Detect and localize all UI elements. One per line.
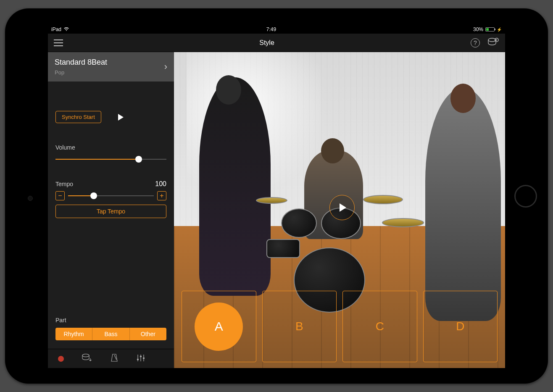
drum-settings-button[interactable] — [487, 37, 499, 48]
pad-a[interactable]: A — [182, 291, 256, 362]
device-label: iPad — [51, 26, 61, 32]
battery-percent: 30% — [473, 26, 483, 32]
guitarist-figure — [425, 88, 501, 321]
wifi-icon — [63, 26, 69, 32]
singer-figure — [199, 77, 271, 296]
tom-drum-1 — [281, 208, 317, 238]
part-other-button[interactable]: Other — [130, 328, 166, 340]
pad-b-label: B — [295, 320, 303, 333]
home-button[interactable] — [514, 185, 537, 208]
part-rhythm-button[interactable]: Rhythm — [55, 328, 92, 340]
svg-point-3 — [82, 354, 89, 357]
clock: 7:49 — [266, 26, 276, 32]
record-button[interactable] — [58, 356, 64, 362]
style-selector[interactable]: Standard 8Beat Pop › — [48, 52, 174, 82]
device-camera — [28, 196, 33, 201]
app-screen: iPad 7:49 30% ⚡ Style ? — [48, 25, 505, 368]
part-segmented-control: Rhythm Bass Other — [55, 328, 166, 340]
pad-c-label: C — [376, 320, 384, 333]
tempo-slider[interactable] — [68, 192, 154, 200]
stage-play-button[interactable] — [329, 195, 355, 220]
svg-point-2 — [496, 39, 497, 40]
svg-rect-9 — [140, 356, 142, 357]
style-name: Standard 8Beat — [55, 58, 107, 67]
menu-button[interactable] — [54, 39, 63, 46]
cymbal-1 — [363, 195, 403, 204]
status-bar: iPad 7:49 30% ⚡ — [48, 25, 505, 34]
tempo-minus-button[interactable]: − — [55, 191, 65, 200]
metronome-button[interactable] — [110, 353, 118, 364]
tempo-label: Tempo — [55, 181, 73, 187]
page-title: Style — [259, 39, 274, 47]
mixer-button[interactable] — [136, 353, 145, 364]
play-button[interactable] — [118, 114, 124, 121]
pad-a-label: A — [195, 303, 243, 351]
battery-icon — [485, 27, 495, 32]
svg-rect-8 — [137, 359, 139, 360]
volume-slider[interactable] — [55, 155, 166, 163]
chevron-right-icon: › — [164, 61, 167, 72]
section-pads: A B C D — [182, 291, 498, 362]
hihat — [256, 197, 287, 204]
nav-bar: Style ? — [48, 34, 505, 52]
charging-icon: ⚡ — [497, 27, 502, 32]
synchro-start-button[interactable]: Synchro Start — [55, 111, 101, 123]
ipad-frame: iPad 7:49 30% ⚡ Style ? — [5, 8, 548, 384]
style-genre: Pop — [55, 69, 107, 76]
tempo-plus-button[interactable]: + — [157, 191, 166, 200]
tempo-value: 100 — [155, 180, 166, 188]
stage-area: A B C D — [174, 52, 505, 368]
volume-label: Volume — [55, 144, 166, 151]
help-button[interactable]: ? — [471, 38, 480, 47]
cymbal-2 — [382, 218, 424, 227]
snare-drum — [266, 239, 300, 258]
download-button[interactable] — [82, 353, 92, 364]
part-label: Part — [55, 317, 166, 324]
svg-rect-10 — [143, 358, 145, 359]
part-bass-button[interactable]: Bass — [92, 328, 129, 340]
pad-c[interactable]: C — [342, 291, 417, 362]
sidebar: Standard 8Beat Pop › Synchro Start Volum… — [48, 52, 174, 368]
pad-d[interactable]: D — [423, 291, 498, 362]
pad-d-label: D — [456, 320, 464, 333]
bottom-toolbar — [48, 349, 174, 368]
pad-b[interactable]: B — [262, 291, 337, 362]
tap-tempo-button[interactable]: Tap Tempo — [55, 205, 166, 218]
